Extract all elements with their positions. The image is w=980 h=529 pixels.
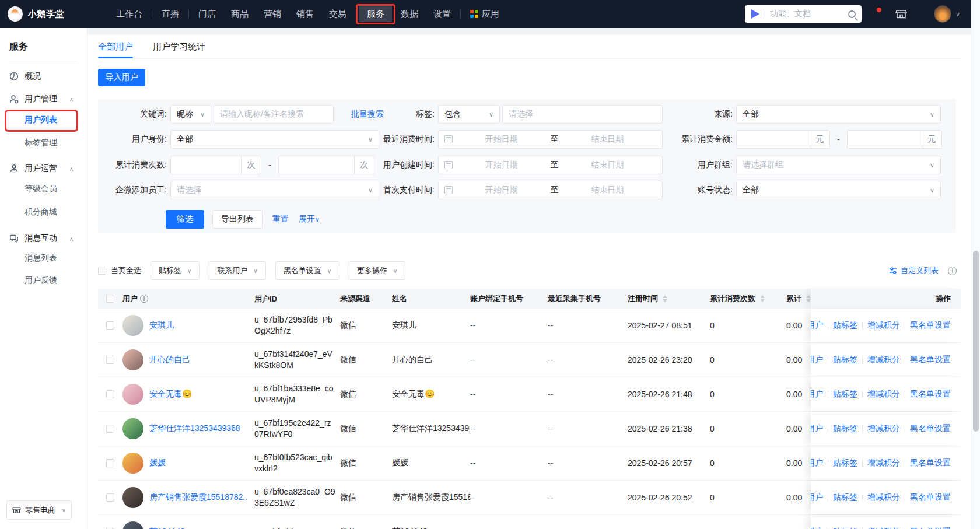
- sidebar-group-message[interactable]: 消息互动 ∧: [0, 228, 88, 249]
- header-checkbox[interactable]: [106, 295, 114, 303]
- sidebar-group-user-mgmt[interactable]: 用户管理 ∧: [0, 89, 88, 110]
- nav-item-data[interactable]: 数据: [393, 5, 426, 23]
- contact-user-link[interactable]: 联系用户: [811, 492, 823, 503]
- row-checkbox[interactable]: [106, 356, 114, 364]
- contact-user-link[interactable]: 联系用户: [811, 527, 823, 529]
- info-icon[interactable]: i: [140, 295, 148, 303]
- first-pay-date-range[interactable]: 开始日期 至 结束日期: [438, 181, 663, 199]
- blacklist-link[interactable]: 黑名单设置: [910, 492, 951, 503]
- user-name-link[interactable]: 安琪儿: [149, 320, 174, 331]
- global-search[interactable]: 功能、文档: [745, 5, 862, 23]
- adjust-points-link[interactable]: 增减积分: [867, 492, 900, 503]
- info-icon[interactable]: i: [948, 267, 957, 275]
- sidebar-item-user-list[interactable]: 用户列表: [0, 110, 88, 131]
- contact-user-link[interactable]: 联系用户: [811, 458, 823, 468]
- row-checkbox[interactable]: [106, 425, 114, 433]
- export-list-button[interactable]: 导出列表: [212, 210, 262, 229]
- blacklist-link[interactable]: 黑名单设置: [910, 389, 951, 400]
- create-time-date-range[interactable]: 开始日期 至 结束日期: [438, 156, 663, 174]
- contact-user-dropdown-button[interactable]: 联系用户 ∨: [209, 261, 265, 280]
- contact-user-link[interactable]: 联系用户: [811, 355, 823, 365]
- sidebar-item-level-member[interactable]: 等级会员: [0, 178, 88, 199]
- scrollbar-thumb[interactable]: [973, 251, 979, 432]
- blacklist-link[interactable]: 黑名单设置: [910, 458, 951, 468]
- nav-item-settings[interactable]: 设置: [426, 5, 459, 23]
- tag-link[interactable]: 贴标签: [833, 389, 858, 400]
- wecom-staff-select[interactable]: 请选择 ∨: [170, 181, 379, 199]
- search-icon[interactable]: [848, 10, 856, 18]
- store-switcher[interactable]: 零售电商 ∨: [6, 500, 72, 520]
- tag-link[interactable]: 贴标签: [833, 458, 858, 468]
- row-checkbox[interactable]: [106, 493, 114, 502]
- contact-user-link[interactable]: 联系用户: [811, 389, 823, 400]
- adjust-points-link[interactable]: 增减积分: [867, 458, 900, 468]
- adjust-points-link[interactable]: 增减积分: [867, 423, 900, 434]
- adjust-points-link[interactable]: 增减积分: [867, 320, 900, 331]
- tag-link[interactable]: 贴标签: [833, 355, 858, 365]
- nav-item-marketing[interactable]: 营销: [256, 5, 289, 23]
- user-name-link[interactable]: 开心的自己: [149, 355, 190, 365]
- user-group-select[interactable]: 请选择群组 ∨: [736, 156, 941, 174]
- shop-icon[interactable]: [895, 8, 907, 20]
- keyword-field-select[interactable]: 昵称 ∨: [170, 105, 211, 124]
- recent-consume-date-range[interactable]: 开始日期 至 结束日期: [438, 130, 663, 149]
- amount-max-input[interactable]: 元: [847, 130, 942, 149]
- filter-button[interactable]: 筛选: [166, 210, 204, 229]
- nav-item-store[interactable]: 门店: [191, 5, 223, 23]
- identity-select[interactable]: 全部 ∨: [170, 130, 379, 149]
- adjust-points-link[interactable]: 增减积分: [867, 355, 900, 365]
- user-name-link[interactable]: 苗124148: [149, 527, 185, 529]
- reset-link[interactable]: 重置: [272, 214, 289, 225]
- select-all-checkbox[interactable]: [98, 267, 106, 275]
- avatar-chevron-down-icon[interactable]: ∨: [956, 10, 960, 18]
- amount-min-input[interactable]: 元: [736, 130, 830, 149]
- tag-link[interactable]: 贴标签: [833, 423, 858, 434]
- expand-link[interactable]: 展开∨: [299, 214, 320, 225]
- sidebar-item-tag-mgmt[interactable]: 标签管理: [0, 132, 88, 153]
- more-actions-dropdown-button[interactable]: 更多操作 ∨: [349, 261, 405, 280]
- keyword-input[interactable]: 请输入昵称/备注名搜索: [214, 105, 334, 124]
- nav-item-apps[interactable]: 应用: [463, 5, 507, 23]
- sort-icon[interactable]: [663, 295, 667, 302]
- blacklist-link[interactable]: 黑名单设置: [910, 527, 951, 529]
- blacklist-dropdown-button[interactable]: 黑名单设置 ∨: [275, 261, 340, 280]
- customize-columns-button[interactable]: 自定义列表: [889, 265, 939, 276]
- select-all-current-page[interactable]: 当页全选: [98, 265, 141, 276]
- tag-link[interactable]: 贴标签: [833, 527, 858, 529]
- nav-item-workbench[interactable]: 工作台: [108, 5, 150, 23]
- nav-item-sales[interactable]: 销售: [289, 5, 321, 23]
- user-name-link[interactable]: 安全无毒😊: [149, 389, 192, 400]
- import-users-button[interactable]: 导入用户: [98, 69, 145, 86]
- sidebar-item-overview[interactable]: 概况: [0, 66, 88, 87]
- row-checkbox[interactable]: [106, 459, 114, 467]
- count-min-input[interactable]: 次: [170, 156, 261, 174]
- vertical-scrollbar[interactable]: [971, 0, 980, 529]
- blacklist-link[interactable]: 黑名单设置: [910, 355, 951, 365]
- adjust-points-link[interactable]: 增减积分: [867, 389, 900, 400]
- sort-icon[interactable]: [806, 295, 811, 302]
- contact-user-link[interactable]: 联系用户: [811, 320, 823, 331]
- tag-select[interactable]: 请选择: [502, 105, 663, 124]
- blacklist-link[interactable]: 黑名单设置: [910, 320, 951, 331]
- sidebar-item-user-feedback[interactable]: 用户反馈: [0, 270, 88, 291]
- user-name-link[interactable]: 芝华仕洋洋13253439368: [149, 423, 240, 434]
- sort-icon[interactable]: [760, 295, 765, 302]
- tag-link[interactable]: 贴标签: [833, 320, 858, 331]
- nav-item-service[interactable]: 服务: [359, 5, 392, 22]
- tag-link[interactable]: 贴标签: [833, 492, 858, 503]
- account-status-select[interactable]: 全部 ∨: [736, 181, 941, 199]
- tag-dropdown-button[interactable]: 贴标签 ∨: [150, 261, 200, 280]
- nav-item-live[interactable]: 直播: [154, 5, 187, 23]
- user-name-link[interactable]: 媛媛: [149, 458, 166, 468]
- row-checkbox[interactable]: [106, 390, 114, 398]
- row-checkbox[interactable]: [106, 321, 114, 330]
- sidebar-item-points-mall[interactable]: 积分商城: [0, 202, 88, 223]
- nav-item-goods[interactable]: 商品: [223, 5, 256, 23]
- tab-learning-stats[interactable]: 用户学习统计: [153, 35, 205, 58]
- brand-logo[interactable]: 小鹅学堂: [0, 6, 108, 22]
- user-avatar[interactable]: [934, 5, 951, 23]
- blacklist-link[interactable]: 黑名单设置: [910, 423, 951, 434]
- tab-all-users[interactable]: 全部用户: [98, 35, 133, 58]
- nav-item-trade[interactable]: 交易: [321, 5, 354, 23]
- sidebar-group-user-ops[interactable]: 用户运营 ∧: [0, 158, 88, 179]
